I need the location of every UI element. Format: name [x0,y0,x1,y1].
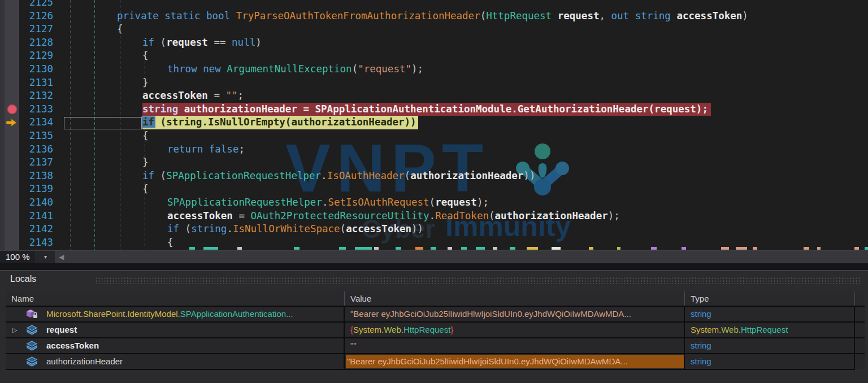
clipped-code-fragment [237,247,242,250]
code-token: if [167,223,179,234]
column-header-type[interactable]: Type [685,291,855,306]
expand-arrow-icon[interactable]: ▷ [12,323,17,337]
execution-arrow-icon[interactable] [5,118,18,129]
type-cell[interactable]: string [685,338,855,353]
horizontal-scrollbar[interactable]: 100 % ▾ ◀ [0,250,868,263]
clipped-code-fragment [865,247,868,250]
code-line[interactable]: 2139{ [0,182,868,196]
value-cell[interactable]: "" [345,338,685,353]
name-cell[interactable]: accessToken [6,338,345,353]
locals-title-grip-texture[interactable] [95,277,861,284]
line-number: 2126 [17,10,53,23]
type-cell[interactable]: System.Web.HttpRequest [685,323,855,337]
code-line[interactable]: 2128if (request == null) [0,36,868,50]
code-token: authorizationHeader = SPApplicationAuthe… [178,103,708,115]
code-token: IsNullOrWhiteSpace [233,223,340,234]
type-cell[interactable]: string [685,307,855,321]
name-cell[interactable]: authorizationHeader [6,354,345,369]
code-line[interactable]: 2142if (string.IsNullOrWhiteSpace(access… [0,223,868,236]
column-header-value[interactable]: Value [345,291,685,306]
code-text: if (request == null) [142,36,262,50]
code-line[interactable]: 2141accessToken = OAuth2ProtectedResourc… [0,210,868,223]
type-cell[interactable]: string [685,354,855,369]
code-token: , [599,10,611,21]
code-token: "" [350,341,357,350]
vs-debugger-window: VNPT Cyber Immunity 21252126private stat… [0,0,868,383]
value-cell[interactable]: "Bearer eyJhbGciOiJub25lIiwidHlwIjoiSldU… [345,307,685,321]
code-token: } [142,156,149,168]
line-number: 2125 [17,0,53,10]
code-text: } [142,76,149,90]
code-text: accessToken = ""; [142,89,244,103]
code-editor[interactable]: VNPT Cyber Immunity 21252126private stat… [0,0,868,250]
code-text: { [142,182,149,196]
code-token: ( [179,223,191,234]
code-line[interactable]: 2133string authorizationHeader = SPAppli… [0,103,868,116]
code-line[interactable]: 2125 [0,0,868,10]
zoom-level-control[interactable]: 100 % [0,251,36,264]
code-token: IsOAuthHeader [327,170,405,181]
clipped-code-fragment [589,247,593,250]
line-number: 2131 [17,76,53,90]
code-line[interactable]: 2132accessToken = ""; [0,89,868,103]
code-token: SetIsOAuthRequest [328,197,429,208]
code-token: Web [721,325,739,334]
code-token: authorizationHeader [46,356,123,366]
clipped-code-fragment [355,247,372,250]
line-number: 2141 [17,210,53,223]
code-line[interactable]: 2140SPApplicationRequestHelper.SetIsOAut… [0,196,868,210]
name-cell[interactable]: ▷request [6,323,345,337]
locals-panel-title: Locals [10,274,36,284]
value-cell[interactable]: {System.Web.HttpRequest} [345,323,685,337]
value-cell[interactable]: "Bearer eyJhbGciOiJub25lIiwidHlwIjoiSldU… [345,354,685,369]
code-line[interactable]: 2135{ [0,129,868,143]
clipped-code-fragment [736,247,747,250]
locals-row[interactable]: Microsoft.SharePoint.IdentityModel.SPApp… [6,306,865,321]
code-token: private static bool [117,10,236,21]
locals-row[interactable]: authorizationHeader"Bearer eyJhbGciOiJub… [6,353,865,369]
column-header-name[interactable]: Name [6,291,345,306]
line-number: 2138 [17,169,53,183]
clipped-code-fragment [294,247,300,250]
code-token: ( [489,210,495,221]
local-variable-icon [26,341,38,353]
code-token: string [691,309,711,319]
code-token: } [142,77,149,88]
code-token: string [191,223,227,234]
clipped-code-fragment [682,247,686,250]
code-line[interactable]: 2137} [0,156,868,169]
code-line[interactable]: 2126private static bool TryParseOAuthTok… [0,10,868,23]
code-token: if [142,170,154,181]
code-text: SPApplicationRequestHelper.SetIsOAuthReq… [167,196,489,210]
zoom-dropdown-button[interactable]: ▾ [36,251,55,264]
locals-row[interactable]: ▷request{System.Web.HttpRequest}System.W… [6,321,865,337]
line-number: 2134 [17,116,53,129]
locals-row[interactable]: accessToken""string [6,337,865,353]
scroll-left-arrow-icon[interactable]: ◀ [59,253,64,262]
code-token: ); [477,197,489,208]
breakpoint-icon[interactable] [7,105,17,114]
selected-keyword: if [141,116,155,128]
code-token: accessToken [167,210,233,221]
code-token: SPApplicationRequestHelper [167,197,322,208]
clipped-code-fragment [552,247,561,250]
code-line[interactable]: 2136return false; [0,143,868,156]
code-line[interactable]: 2138if (SPApplicationRequestHelper.IsOAu… [0,169,868,183]
code-line[interactable]: 2130throw new ArgumentNullException("req… [0,63,868,76]
code-token: ( [405,170,411,181]
code-text: } [142,156,149,169]
code-line[interactable]: 2127{ [0,23,868,36]
code-token: ReadToken [435,210,489,221]
line-number: 2143 [17,236,53,250]
code-line[interactable]: 2129{ [0,49,868,63]
code-token: accessToken [142,90,208,101]
code-text: { [117,23,123,36]
clipped-code-fragment [510,247,515,250]
name-cell[interactable]: Microsoft.SharePoint.IdentityModel.SPApp… [6,307,345,321]
code-token: . [321,170,327,181]
code-token: Microsoft.SharePoint.IdentityModel. [46,309,180,319]
clipped-code-fragment [854,247,859,250]
clipped-code-fragment [527,247,538,250]
code-token: ) [255,37,262,48]
code-line[interactable]: 2131} [0,76,868,90]
